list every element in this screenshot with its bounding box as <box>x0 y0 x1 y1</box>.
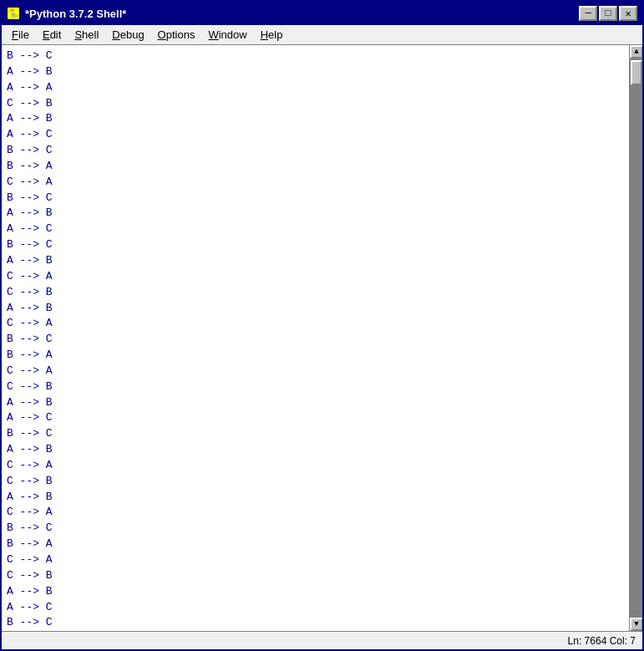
close-button[interactable]: ✕ <box>619 6 637 21</box>
status-bar: Ln: 7664 Col: 7 <box>2 631 642 649</box>
menu-help[interactable]: Help <box>254 27 290 43</box>
list-item: C --> A <box>7 175 624 191</box>
list-item: B --> A <box>7 159 624 175</box>
scroll-thumb[interactable] <box>631 60 642 85</box>
list-item: B --> C <box>7 143 624 159</box>
list-item: C --> A <box>7 552 624 568</box>
list-item: B --> C <box>7 48 624 64</box>
menu-edit[interactable]: Edit <box>36 27 68 43</box>
list-item: B --> C <box>7 426 624 442</box>
list-item: A --> B <box>7 301 624 317</box>
list-item: C --> B <box>7 379 624 395</box>
main-window: 🐍 *Python 3.7.2 Shell* — □ ✕ File Edit S… <box>0 0 644 651</box>
list-item: A --> B <box>7 442 624 458</box>
scroll-track[interactable] <box>630 58 642 618</box>
list-item: B --> C <box>7 615 624 631</box>
list-item: C --> A <box>7 458 624 474</box>
list-item: C --> B <box>7 474 624 490</box>
app-icon: 🐍 <box>7 7 20 20</box>
list-item: C --> B <box>7 285 624 301</box>
list-item: A --> B <box>7 253 624 269</box>
list-item: A --> B <box>7 395 624 411</box>
minimize-button[interactable]: — <box>579 6 597 21</box>
title-bar-left: 🐍 *Python 3.7.2 Shell* <box>7 7 126 20</box>
scroll-up-button[interactable]: ▲ <box>630 45 642 58</box>
list-item: B --> C <box>7 332 624 348</box>
scroll-down-button[interactable]: ▼ <box>630 618 642 631</box>
list-item: B --> C <box>7 237 624 253</box>
list-item: C --> A <box>7 269 624 285</box>
status-text: Ln: 7664 Col: 7 <box>568 635 636 647</box>
list-item: C --> B <box>7 568 624 584</box>
window-title: *Python 3.7.2 Shell* <box>25 8 126 20</box>
list-item: B --> A <box>7 537 624 552</box>
list-item: A --> B <box>7 490 624 506</box>
list-item: C --> A <box>7 364 624 379</box>
list-item: C --> B <box>7 96 624 112</box>
list-item: B --> A <box>7 348 624 364</box>
title-bar-buttons: — □ ✕ <box>579 6 637 21</box>
list-item: C --> A <box>7 316 624 332</box>
menu-window[interactable]: Window <box>201 27 253 43</box>
vertical-scrollbar[interactable]: ▲ ▼ <box>629 45 642 631</box>
list-item: B --> C <box>7 521 624 537</box>
menu-bar: File Edit Shell Debug Options Window Hel… <box>2 25 642 45</box>
list-item: A --> C <box>7 410 624 426</box>
title-bar: 🐍 *Python 3.7.2 Shell* — □ ✕ <box>2 2 642 25</box>
content-area: B --> CA --> BA --> AC --> BA --> BA -->… <box>2 45 642 631</box>
list-item: A --> B <box>7 206 624 221</box>
maximize-button[interactable]: □ <box>599 6 617 21</box>
list-item: B --> C <box>7 191 624 206</box>
list-item: A --> C <box>7 221 624 237</box>
menu-file[interactable]: File <box>5 27 36 43</box>
list-item: C --> A <box>7 505 624 521</box>
menu-shell[interactable]: Shell <box>68 27 105 43</box>
list-item: A --> A <box>7 80 624 96</box>
menu-debug[interactable]: Debug <box>105 27 150 43</box>
list-item: A --> C <box>7 600 624 616</box>
list-item: A --> B <box>7 584 624 600</box>
list-item: A --> C <box>7 127 624 143</box>
list-item: A --> B <box>7 111 624 127</box>
list-item: A --> B <box>7 64 624 80</box>
shell-output[interactable]: B --> CA --> BA --> AC --> BA --> BA -->… <box>2 45 629 631</box>
menu-options[interactable]: Options <box>151 27 202 43</box>
